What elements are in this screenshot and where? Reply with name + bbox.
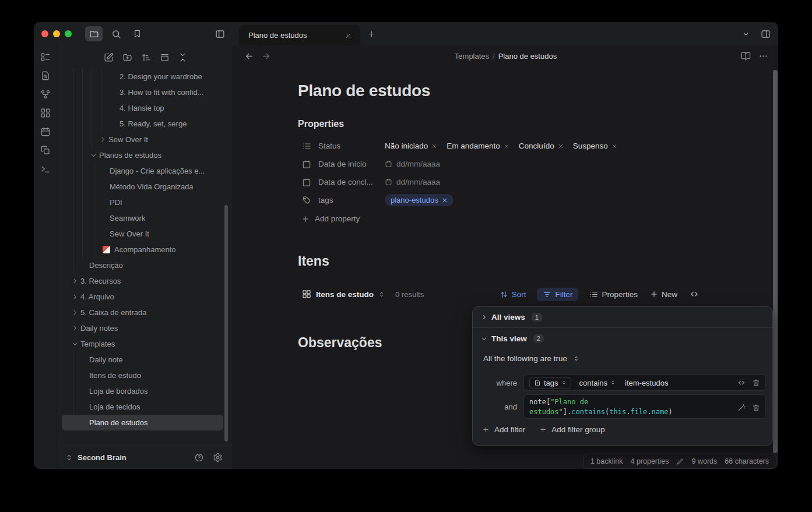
new-item-button[interactable]: New <box>649 288 679 301</box>
quick-switcher-button[interactable] <box>38 50 52 64</box>
property-count[interactable]: 4 properties <box>630 457 669 465</box>
property-key[interactable]: Data de concl... <box>298 178 385 187</box>
files-tab-button[interactable] <box>85 26 103 41</box>
chevron-down-icon[interactable] <box>72 341 78 347</box>
property-key[interactable]: Data de início <box>298 160 385 169</box>
remove-x-icon[interactable] <box>431 143 437 149</box>
explorer-scrollbar[interactable] <box>224 205 228 442</box>
tree-item-file[interactable]: Django - Crie aplicações e... <box>57 163 233 179</box>
property-key[interactable]: Status <box>298 142 385 151</box>
tree-item-file[interactable]: PDI <box>57 195 233 210</box>
bookmarks-tab-button[interactable] <box>128 26 146 41</box>
graph-view-button[interactable] <box>38 87 52 101</box>
properties-button[interactable]: Properties <box>588 288 639 301</box>
tree-item-file[interactable]: Loja de bordados <box>57 383 233 399</box>
editor-scrollbar[interactable] <box>773 70 778 453</box>
multi-option[interactable]: Em andamento <box>447 142 509 150</box>
file-search-button[interactable] <box>38 69 52 83</box>
remove-x-icon[interactable] <box>504 143 509 149</box>
vault-switcher[interactable]: Second Brain <box>57 446 233 469</box>
trash-icon[interactable] <box>752 404 760 412</box>
new-folder-button[interactable] <box>120 50 134 64</box>
tree-item-file[interactable]: Itens de estudo <box>57 368 233 383</box>
chevron-down-icon[interactable] <box>90 152 97 158</box>
settings-button[interactable] <box>210 451 224 465</box>
filter-value-input[interactable]: item-estudos <box>625 379 668 387</box>
toggle-left-sidebar-button[interactable] <box>211 26 229 41</box>
tree-item-file[interactable]: Loja de tecidos <box>57 399 233 415</box>
tags-value[interactable]: plano-estudos <box>385 194 700 206</box>
templates-button[interactable] <box>38 143 52 157</box>
traffic-minimize-button[interactable] <box>53 30 60 37</box>
collapse-all-button[interactable] <box>175 50 189 64</box>
remove-x-icon[interactable] <box>558 143 564 149</box>
add-filter-group-button[interactable]: Add filter group <box>539 425 605 434</box>
multi-option[interactable]: Concluído <box>519 142 564 150</box>
tree-item-file[interactable]: Acompanhamento <box>57 242 233 257</box>
sort-order-button[interactable] <box>139 50 153 64</box>
terminal-button[interactable] <box>38 162 52 176</box>
tree-item-folder[interactable]: 3. Recursos <box>57 273 233 289</box>
tree-item-folder[interactable]: Templates <box>57 336 233 352</box>
tree-item-file[interactable]: Método Vida Organizada <box>57 179 233 195</box>
breadcrumb-parent[interactable]: Templates <box>455 52 489 61</box>
trash-icon[interactable] <box>752 379 760 387</box>
tree-item-folder[interactable]: Daily notes <box>57 320 233 336</box>
backlink-count[interactable]: 1 backlink <box>590 457 623 465</box>
chevron-right-icon[interactable] <box>72 294 78 300</box>
toggle-right-sidebar-button[interactable] <box>757 26 774 41</box>
tree-item-file-active[interactable]: Plano de estudos <box>57 415 233 430</box>
tree-item-file[interactable]: 5. Ready, set, serge <box>57 116 233 132</box>
date-input[interactable]: dd/mm/aaaa <box>385 160 700 168</box>
this-view-section[interactable]: This view 2 <box>473 328 772 349</box>
operator-select[interactable]: contains <box>579 379 616 387</box>
tab-list-button[interactable] <box>738 26 753 41</box>
base-view-selector[interactable]: Itens de estudo 0 results <box>298 289 424 299</box>
tree-item-file[interactable]: 4. Hansie top <box>57 100 233 116</box>
tree-item-folder[interactable]: 4. Arquivo <box>57 289 233 305</box>
formula-editor[interactable]: note["Plano de estudos"].contains(this.f… <box>523 394 766 419</box>
all-views-section[interactable]: All views 1 <box>473 307 772 327</box>
date-input[interactable]: dd/mm/aaaa <box>385 178 700 186</box>
character-count[interactable]: 66 characters <box>725 457 769 465</box>
chevron-right-icon[interactable] <box>72 309 78 316</box>
chevron-right-icon[interactable] <box>72 325 78 331</box>
tab-close-button[interactable] <box>343 30 353 41</box>
code-icon[interactable] <box>737 379 746 387</box>
tree-item-folder[interactable]: Planos de estudos <box>57 147 233 163</box>
property-key[interactable]: tags <box>298 196 385 205</box>
tree-item-file[interactable]: 2. Design your wardrobe <box>57 69 233 84</box>
property-select[interactable]: tags <box>529 377 571 389</box>
property-value-multi[interactable]: Não iniciado Em andamento Concluído Susp… <box>385 142 700 150</box>
tree-item-file[interactable]: 3. How to fit with confid... <box>57 84 233 100</box>
more-options-button[interactable] <box>756 50 770 62</box>
auto-reveal-button[interactable] <box>157 50 171 64</box>
tree-item-folder[interactable]: 5. Caixa de entrada <box>57 305 233 320</box>
pencil-icon[interactable] <box>676 458 684 465</box>
help-button[interactable] <box>192 451 206 465</box>
multi-option[interactable]: Suspenso <box>573 142 617 150</box>
new-note-button[interactable] <box>101 50 115 64</box>
tree-item-file[interactable]: Daily note <box>57 352 233 368</box>
multi-option[interactable]: Não iniciado <box>385 142 437 150</box>
chevron-right-icon[interactable] <box>72 278 78 284</box>
canvas-button[interactable] <box>38 106 52 120</box>
wand-sparkles-icon[interactable] <box>737 404 746 412</box>
remove-x-icon[interactable] <box>611 143 617 149</box>
condition-editor[interactable]: tags contains item-estudos <box>523 375 766 391</box>
search-tab-button[interactable] <box>107 26 125 41</box>
traffic-close-button[interactable] <box>41 30 48 37</box>
new-tab-button[interactable] <box>364 27 379 41</box>
tree-item-file[interactable]: Seamwork <box>57 210 233 226</box>
sort-button[interactable]: Sort <box>498 288 528 301</box>
tree-item-file[interactable]: Descrição <box>57 257 233 273</box>
remove-x-icon[interactable] <box>442 197 448 203</box>
conjunction-select[interactable]: All the following are true <box>483 354 579 363</box>
filter-button[interactable]: Filter <box>537 288 578 301</box>
tree-item-file[interactable]: Sew Over It <box>57 226 233 242</box>
traffic-zoom-button[interactable] <box>65 30 72 37</box>
word-count[interactable]: 9 words <box>691 457 717 465</box>
tab-plano-de-estudos[interactable]: Plano de estudos <box>239 25 360 45</box>
code-view-button[interactable] <box>688 287 700 301</box>
daily-note-button[interactable] <box>38 125 52 139</box>
